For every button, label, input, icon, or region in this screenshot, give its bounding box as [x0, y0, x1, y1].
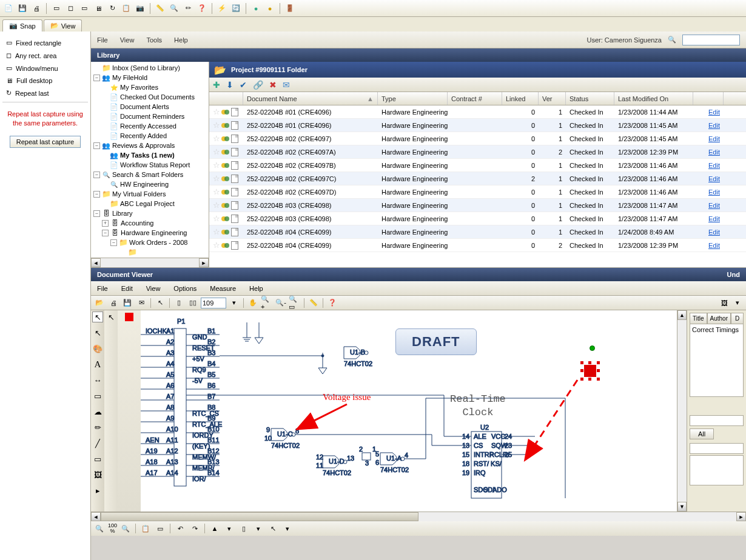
bundo-icon[interactable]: ↶ — [174, 522, 186, 535]
collapse-icon[interactable]: − — [102, 230, 109, 236]
collapse-icon[interactable]: − — [110, 239, 117, 246]
pencil-tool-icon[interactable]: ✏ — [92, 422, 103, 433]
scroll-down-icon[interactable]: ▼ — [677, 502, 687, 512]
col-contract[interactable]: Contract # — [448, 92, 502, 105]
viewer-v-scrollbar[interactable]: ▲ ▼ — [677, 310, 687, 512]
vzoomrect-icon[interactable]: 🔍▭ — [289, 297, 301, 309]
col-last-modified[interactable]: Last Modified On — [614, 92, 693, 105]
pointer-tool-icon[interactable]: ↖ — [92, 312, 103, 322]
capture-any-rect[interactable]: ◻Any rect. area — [2, 49, 88, 62]
select-tool-icon[interactable]: ↖ — [92, 327, 103, 338]
tree-hardware-eng[interactable]: −Hardware Engineering — [91, 228, 209, 238]
edit-link[interactable]: Edit — [693, 148, 724, 156]
edit-link[interactable]: Edit — [693, 162, 724, 169]
table-row[interactable]: ☆252-02204B #02 (CRE4097D)Hardware Engin… — [209, 185, 746, 199]
menu-tools[interactable]: Tools — [146, 36, 162, 44]
table-row[interactable]: ☆252-02204B #02 (CRE4097)Hardware Engine… — [209, 132, 746, 145]
side-tab-title[interactable]: Title — [690, 313, 707, 324]
tree-inbox[interactable]: Inbox (Send to Library) — [91, 63, 209, 73]
favorite-star-icon[interactable]: ☆ — [213, 161, 220, 170]
yellow-circle-icon[interactable]: ● — [264, 2, 276, 15]
voltage-issue-label[interactable]: Voltage issue — [323, 392, 371, 402]
vsave-icon[interactable]: 💾 — [121, 297, 133, 309]
repeat-last-capture-button[interactable]: Repeat last capture — [10, 136, 81, 148]
vzoomout-icon[interactable]: 🔍- — [275, 297, 287, 309]
zoom-dropdown-icon[interactable]: ▾ — [228, 297, 240, 309]
tree-h-scrollbar[interactable]: ◄ ► — [91, 258, 209, 267]
collapse-icon[interactable]: − — [93, 142, 100, 149]
table-row[interactable]: ☆252-02204B #01 (CRE4096)Hardware Engine… — [209, 105, 746, 119]
favorite-star-icon[interactable]: ☆ — [213, 201, 220, 210]
schematic-canvas[interactable]: P1 A1B1IOCHK/GNDA2B2RESETA3B3+5VA4B4RQ9A… — [141, 310, 677, 512]
cloud-tool-icon[interactable]: ☁ — [92, 406, 103, 417]
expand-icon[interactable]: + — [102, 220, 109, 227]
favorite-star-icon[interactable]: ☆ — [213, 187, 220, 196]
side-tab-author[interactable]: Author — [707, 313, 731, 324]
vmenu-view[interactable]: View — [146, 285, 161, 292]
col-document-name[interactable]: Document Name ▲ — [243, 92, 378, 105]
line-tool-icon[interactable]: ╱ — [92, 438, 103, 448]
col-type[interactable]: Type — [378, 92, 448, 105]
draft-stamp[interactable]: DRAFT — [395, 328, 477, 355]
save-icon[interactable]: 💾 — [16, 2, 29, 15]
hscroll-left-icon[interactable]: ◄ — [91, 512, 101, 521]
bzoomin-icon[interactable]: 🔍 — [93, 522, 106, 535]
undo-label[interactable]: Und — [727, 271, 740, 278]
vhand-icon[interactable]: ✋ — [247, 297, 259, 309]
bflip-d-icon[interactable]: ▾ — [223, 522, 235, 535]
tool7-icon[interactable]: 📋 — [120, 2, 132, 15]
capture-window[interactable]: ▭Window/menu — [2, 62, 88, 75]
tree-recent[interactable]: Recently Accessed — [91, 121, 209, 131]
edit-link[interactable]: Edit — [693, 175, 724, 182]
col-linked[interactable]: Linked — [502, 92, 539, 105]
tool8-icon[interactable]: 📷 — [134, 2, 146, 15]
table-row[interactable]: ☆252-02204B #01 (CRE4096)Hardware Engine… — [209, 119, 746, 132]
lightning-icon[interactable]: ⚡ — [216, 2, 228, 15]
tree-accounting[interactable]: +Accounting — [91, 218, 209, 228]
selection-marker[interactable] — [582, 363, 598, 379]
menu-file[interactable]: File — [97, 36, 108, 44]
tab-view[interactable]: 📂View — [44, 19, 82, 32]
col-ver[interactable]: Ver — [539, 92, 566, 105]
desktop-icon[interactable]: 🖥 — [92, 2, 104, 15]
table-row[interactable]: ☆252-02204B #02 (CRE4097B)Hardware Engin… — [209, 159, 746, 172]
bcursor-icon[interactable]: ↖ — [267, 522, 279, 535]
scroll-right-icon[interactable]: ► — [199, 258, 209, 267]
table-row[interactable]: ☆252-02204B #02 (CRE4097A)Hardware Engin… — [209, 145, 746, 159]
search-icon[interactable]: 🔍 — [668, 36, 676, 44]
table-row[interactable]: ☆252-02204B #03 (CRE4098)Hardware Engine… — [209, 199, 746, 212]
col-status[interactable]: Status — [566, 92, 614, 105]
edit-link[interactable]: Edit — [693, 122, 724, 129]
tree-virtual[interactable]: −My Virtual Folders — [91, 189, 209, 199]
zoom-icon[interactable]: 🔍 — [168, 2, 180, 15]
tab-snap[interactable]: 📷Snap — [2, 19, 42, 32]
vmenu-options[interactable]: Options — [173, 285, 197, 292]
menu-help[interactable]: Help — [174, 36, 188, 44]
brect-icon[interactable]: ▯ — [238, 522, 250, 535]
side-tab-d[interactable]: D — [731, 313, 744, 324]
text-tool-icon[interactable]: A — [92, 359, 103, 370]
vpage-icon[interactable]: ▯ — [173, 297, 185, 309]
vpages-icon[interactable]: ▯▯ — [187, 297, 199, 309]
add-icon[interactable]: ✚ — [213, 80, 220, 90]
vprint-icon[interactable]: 🖨 — [107, 297, 119, 309]
edit-link[interactable]: Edit — [693, 188, 724, 196]
dimension-tool-icon[interactable]: ↔ — [92, 375, 103, 385]
more-tool-icon[interactable]: ▸ — [92, 485, 103, 496]
ruler-icon[interactable]: 📏 — [154, 2, 166, 15]
pointer2-icon[interactable]: ↖ — [106, 312, 116, 322]
tree-alerts[interactable]: Document Alerts — [91, 102, 209, 112]
vmenu-help[interactable]: Help — [249, 285, 263, 292]
tree-search[interactable]: −Search & Smart Folders — [91, 170, 209, 179]
vdown-icon[interactable]: ▾ — [731, 297, 744, 309]
exit-icon[interactable]: 🚪 — [284, 2, 296, 15]
collapse-icon[interactable]: − — [93, 75, 100, 81]
bredo-icon[interactable]: ↷ — [189, 522, 201, 535]
favorite-star-icon[interactable]: ☆ — [213, 147, 220, 156]
vmenu-measure[interactable]: Measure — [210, 285, 236, 292]
pen-icon[interactable]: ✏ — [182, 2, 194, 15]
vopen-icon[interactable]: 📂 — [93, 297, 106, 309]
window-icon[interactable]: ▭ — [78, 2, 90, 15]
menu-view[interactable]: View — [120, 36, 135, 44]
vmenu-edit[interactable]: Edit — [121, 285, 133, 292]
